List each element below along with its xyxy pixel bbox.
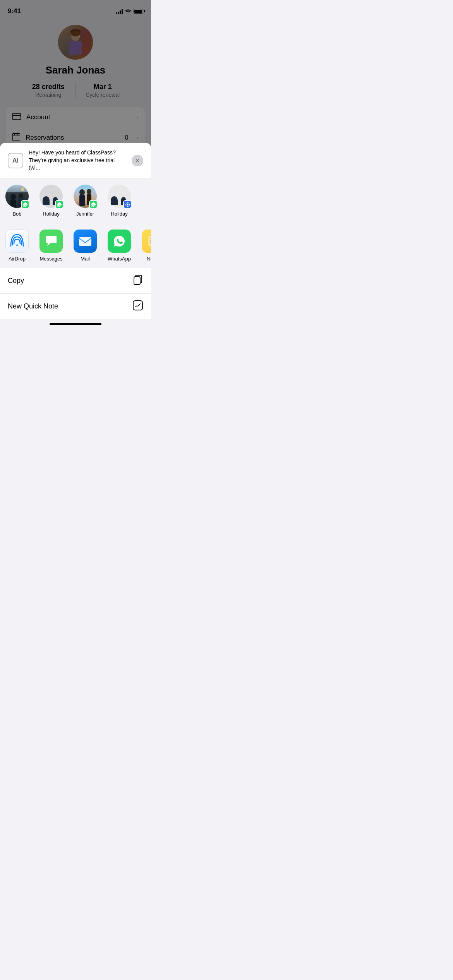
app-mail[interactable]: Mail — [68, 230, 102, 262]
svg-rect-23 — [148, 236, 151, 247]
notes-label: Notes — [147, 256, 151, 262]
svg-rect-29 — [133, 301, 142, 310]
app-airdrop[interactable]: AirDrop — [0, 230, 34, 262]
contact-holiday2-avatar — [108, 185, 131, 208]
svg-rect-13 — [10, 200, 16, 208]
svg-point-12 — [10, 194, 16, 200]
svg-rect-28 — [134, 277, 140, 284]
contact-bob-avatar — [5, 185, 29, 208]
quick-note-label: New Quick Note — [8, 302, 58, 310]
app-messages[interactable]: Messages — [34, 230, 68, 262]
action-copy[interactable]: Copy — [0, 268, 151, 294]
messages-label: Messages — [39, 256, 62, 262]
actions-section: Copy New Quick Note — [0, 268, 151, 319]
svg-rect-24 — [150, 238, 151, 239]
contact-jennifer[interactable]: Jennifer — [68, 185, 102, 217]
airdrop-icon — [5, 230, 29, 253]
svg-rect-18 — [79, 195, 85, 206]
svg-rect-22 — [79, 237, 91, 246]
contact-holiday1-name: Holiday — [43, 211, 59, 217]
holiday1-app-badge — [55, 200, 63, 209]
airdrop-label: AirDrop — [9, 256, 26, 262]
jennifer-app-badge — [89, 200, 98, 209]
notes-icon — [142, 230, 151, 253]
apps-row: AirDrop Messages Mail — [0, 223, 151, 268]
svg-rect-26 — [150, 242, 151, 243]
quick-note-icon — [132, 300, 143, 313]
whatsapp-icon — [108, 230, 131, 253]
app-notes[interactable]: Notes — [136, 230, 151, 262]
contact-jennifer-name: Jennifer — [76, 211, 94, 217]
contact-jennifer-avatar — [74, 185, 97, 208]
svg-point-19 — [87, 189, 91, 194]
copy-icon — [132, 274, 143, 287]
action-quick-note[interactable]: New Quick Note — [0, 294, 151, 319]
home-indicator — [50, 323, 101, 325]
whatsapp-label: WhatsApp — [108, 256, 131, 262]
mail-label: Mail — [81, 256, 90, 262]
contact-holiday1[interactable]: Holiday — [34, 185, 68, 217]
svg-point-14 — [19, 194, 23, 199]
copy-label: Copy — [8, 277, 24, 285]
contact-bob[interactable]: Bob — [0, 185, 34, 217]
close-button[interactable]: ✕ — [132, 155, 143, 166]
contact-bob-name: Bob — [12, 211, 21, 217]
bob-app-badge — [21, 200, 29, 209]
share-sheet: AI Hey! Have you heard of ClassPass? The… — [0, 143, 151, 327]
ai-icon: AI — [8, 153, 23, 168]
preview-text: Hey! Have you heard of ClassPass? They'r… — [29, 149, 126, 172]
share-sheet-overlay: AI Hey! Have you heard of ClassPass? The… — [0, 0, 151, 327]
contact-holiday2-name: Holiday — [111, 211, 127, 217]
svg-rect-25 — [150, 240, 151, 241]
mail-icon — [74, 230, 97, 253]
contact-holiday2[interactable]: Holiday — [102, 185, 136, 217]
contact-holiday1-avatar — [39, 185, 63, 208]
bottom-bar — [0, 319, 151, 327]
share-preview: AI Hey! Have you heard of ClassPass? The… — [0, 143, 151, 178]
svg-point-17 — [79, 189, 85, 195]
svg-point-21 — [127, 204, 128, 205]
contacts-row: Bob Holiday — [0, 178, 151, 223]
app-whatsapp[interactable]: WhatsApp — [102, 230, 136, 262]
messages-icon — [39, 230, 63, 253]
holiday2-app-badge — [123, 200, 132, 209]
